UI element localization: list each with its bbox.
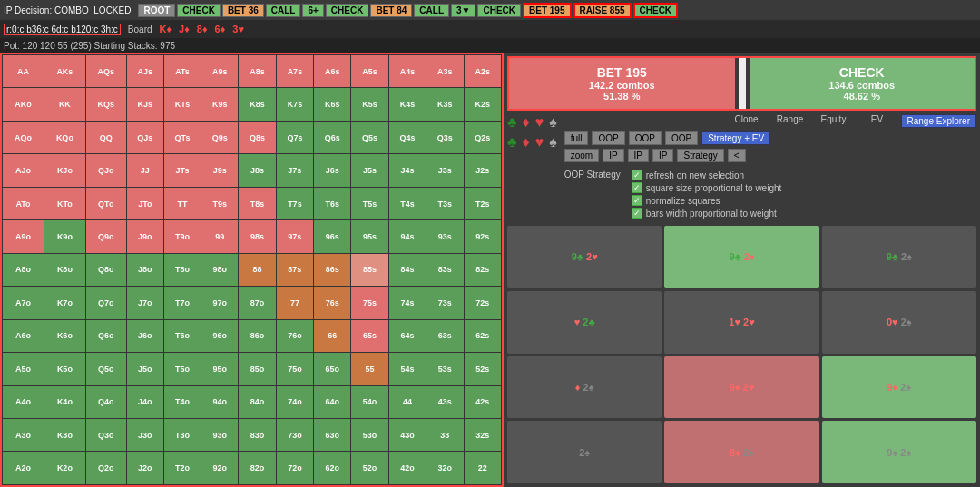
grid-cell-83o[interactable]: 83o <box>239 418 276 451</box>
grid-cell-K3o[interactable]: K3o <box>44 418 85 451</box>
grid-cell-74o[interactable]: 74o <box>276 385 313 418</box>
grid-cell-A5o[interactable]: A5o <box>3 353 44 385</box>
ip-button-1[interactable]: IP <box>603 149 623 162</box>
check-button-4[interactable]: CHECK <box>633 3 679 18</box>
grid-cell-KJo[interactable]: KJo <box>44 154 85 187</box>
grid-cell-33[interactable]: 33 <box>426 418 464 451</box>
grid-cell-KK[interactable]: KK <box>44 88 85 121</box>
grid-cell-64o[interactable]: 64o <box>314 385 351 418</box>
grid-cell-K4s[interactable]: K4s <box>388 88 426 121</box>
heart-icon-1[interactable]: ♥ <box>535 114 544 131</box>
grid-cell-75s[interactable]: 75s <box>351 287 388 319</box>
grid-cell-A9o[interactable]: A9o <box>3 220 44 253</box>
grid-cell-AKs[interactable]: AKs <box>44 55 85 88</box>
grid-cell-J8s[interactable]: J8s <box>239 154 276 187</box>
grid-cell-84s[interactable]: 84s <box>388 253 426 286</box>
grid-cell-J7s[interactable]: J7s <box>276 154 313 187</box>
grid-cell-96o[interactable]: 96o <box>201 319 238 352</box>
grid-cell-93s[interactable]: 93s <box>426 220 464 253</box>
grid-cell-AJs[interactable]: AJs <box>126 55 163 88</box>
card-cell-5[interactable]: 1♥ 2♥ <box>664 291 818 354</box>
strategy-ev-button[interactable]: Strategy + EV <box>701 131 770 145</box>
card-cell-12[interactable]: 9♠ 2♠ <box>822 421 976 483</box>
grid-cell-74s[interactable]: 74s <box>388 287 426 319</box>
grid-cell-T5o[interactable]: T5o <box>164 353 201 385</box>
grid-cell-QQ[interactable]: QQ <box>85 121 126 153</box>
grid-cell-T7o[interactable]: T7o <box>164 287 201 319</box>
grid-cell-52s[interactable]: 52s <box>464 353 502 385</box>
grid-cell-J7o[interactable]: J7o <box>126 287 163 319</box>
grid-cell-T5s[interactable]: T5s <box>351 187 388 219</box>
diamond-icon-2[interactable]: ♦ <box>523 134 530 151</box>
call-button-2[interactable]: CALL <box>414 4 449 17</box>
card-cell-2[interactable]: 9♣ 2♦ <box>664 226 818 288</box>
grid-cell-72o[interactable]: 72o <box>276 452 313 485</box>
grid-cell-86s[interactable]: 86s <box>314 253 351 286</box>
grid-cell-97s[interactable]: 97s <box>276 220 313 253</box>
grid-cell-65o[interactable]: 65o <box>314 353 351 385</box>
grid-cell-Q6s[interactable]: Q6s <box>314 121 351 153</box>
grid-cell-QJo[interactable]: QJo <box>85 154 126 187</box>
card-cell-9[interactable]: 9♦ 2♠ <box>822 356 976 419</box>
bet195-button[interactable]: BET 195 <box>523 3 571 18</box>
card-cell-11[interactable]: 8♦ 2♠ <box>664 421 818 483</box>
grid-cell-QTo[interactable]: QTo <box>85 187 126 219</box>
bet84-button[interactable]: BET 84 <box>370 4 412 17</box>
ip-button-3[interactable]: IP <box>652 149 673 162</box>
grid-cell-J2o[interactable]: J2o <box>126 452 163 485</box>
grid-cell-Q3s[interactable]: Q3s <box>426 121 464 153</box>
grid-cell-KQs[interactable]: KQs <box>85 88 126 121</box>
grid-cell-32o[interactable]: 32o <box>426 452 464 485</box>
grid-cell-53o[interactable]: 53o <box>351 418 388 451</box>
grid-cell-KTs[interactable]: KTs <box>164 88 201 121</box>
check-button-2[interactable]: CHECK <box>326 4 369 17</box>
grid-cell-A2s[interactable]: A2s <box>464 55 502 88</box>
grid-cell-73s[interactable]: 73s <box>426 287 464 319</box>
grid-cell-ATs[interactable]: ATs <box>164 55 201 88</box>
card-cell-3[interactable]: 9♣ 2♠ <box>822 226 976 288</box>
root-button[interactable]: ROOT <box>138 4 175 17</box>
oop-button-2[interactable]: OOP <box>629 131 662 145</box>
grid-cell-A3s[interactable]: A3s <box>426 55 464 88</box>
grid-cell-Q3o[interactable]: Q3o <box>85 418 126 451</box>
grid-cell-63o[interactable]: 63o <box>314 418 351 451</box>
club-icon-1[interactable]: ♣ <box>507 114 517 131</box>
grid-cell-93o[interactable]: 93o <box>201 418 238 451</box>
grid-cell-T2s[interactable]: T2s <box>464 187 502 219</box>
range-explorer-button[interactable]: Range Explorer <box>901 114 976 128</box>
grid-cell-Q8s[interactable]: Q8s <box>239 121 276 153</box>
grid-cell-96s[interactable]: 96s <box>314 220 351 253</box>
heart-icon-2[interactable]: ♥ <box>535 134 544 151</box>
club-icon-2[interactable]: ♣ <box>507 134 517 151</box>
grid-cell-55[interactable]: 55 <box>351 353 388 385</box>
check-button-1[interactable]: CHECK <box>177 4 220 17</box>
grid-cell-T3s[interactable]: T3s <box>426 187 464 219</box>
grid-cell-A7o[interactable]: A7o <box>3 287 44 319</box>
grid-cell-86o[interactable]: 86o <box>239 319 276 352</box>
grid-cell-K8o[interactable]: K8o <box>44 253 85 286</box>
check-button-3[interactable]: CHECK <box>477 4 521 17</box>
grid-cell-84o[interactable]: 84o <box>239 385 276 418</box>
grid-cell-AJo[interactable]: AJo <box>3 154 44 187</box>
grid-cell-99[interactable]: 99 <box>201 220 238 253</box>
spade-icon-2[interactable]: ♠ <box>549 134 557 151</box>
grid-cell-A2o[interactable]: A2o <box>3 452 44 485</box>
grid-cell-54s[interactable]: 54s <box>388 353 426 385</box>
grid-cell-KTo[interactable]: KTo <box>44 187 85 219</box>
cb-bars-width[interactable]: ✓ <box>632 208 642 219</box>
grid-cell-A8s[interactable]: A8s <box>239 55 276 88</box>
diamond-icon-1[interactable]: ♦ <box>523 114 530 131</box>
grid-cell-73o[interactable]: 73o <box>276 418 313 451</box>
grid-cell-Q4s[interactable]: Q4s <box>388 121 426 153</box>
grid-cell-Q5o[interactable]: Q5o <box>85 353 126 385</box>
cb-refresh[interactable]: ✓ <box>632 170 642 180</box>
grid-cell-J5s[interactable]: J5s <box>351 154 388 187</box>
grid-cell-J9o[interactable]: J9o <box>126 220 163 253</box>
grid-cell-Q7o[interactable]: Q7o <box>85 287 126 319</box>
grid-cell-A4o[interactable]: A4o <box>3 385 44 418</box>
grid-cell-KJs[interactable]: KJs <box>126 88 163 121</box>
grid-cell-K7s[interactable]: K7s <box>276 88 313 121</box>
grid-cell-Q6o[interactable]: Q6o <box>85 319 126 352</box>
grid-cell-82o[interactable]: 82o <box>239 452 276 485</box>
cb-square-size[interactable]: ✓ <box>632 182 642 193</box>
